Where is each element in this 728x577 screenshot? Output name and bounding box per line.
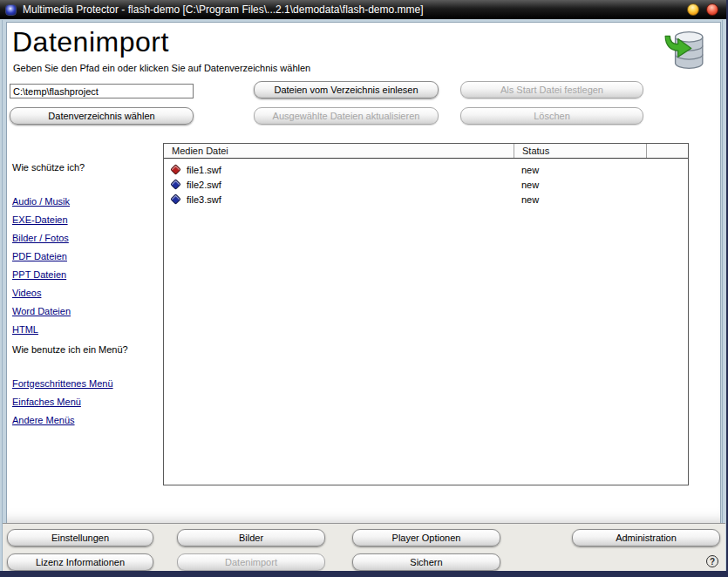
footer-navigation: Einstellungen Bilder Player Optionen Adm… — [3, 523, 725, 571]
main-panel: Datenimport Geben Sie den Pfad ein oder … — [6, 22, 721, 523]
dataimport-button[interactable]: Datenimport — [177, 553, 325, 571]
images-button[interactable]: Bilder — [177, 529, 325, 546]
sidebar-heading-menu: Wie benutze ich ein Menü? — [12, 344, 162, 356]
window-frame-right — [722, 20, 723, 571]
sidebar-heading-protect: Wie schütze ich? — [12, 162, 162, 173]
file-cell: file3.swf — [164, 194, 514, 205]
database-import-icon — [663, 29, 706, 72]
help-icon[interactable]: ? — [706, 555, 718, 567]
status-cell: new — [514, 194, 646, 205]
status-cell: new — [514, 165, 646, 175]
table-row[interactable]: file2.swf new — [164, 177, 688, 192]
file-diamond-icon — [170, 164, 181, 175]
close-button[interactable] — [706, 3, 718, 16]
settings-button[interactable]: Einstellungen — [7, 529, 153, 546]
file-name: file3.swf — [187, 194, 221, 205]
window-frame-left — [2, 20, 3, 571]
table-body: file1.swf new file2.swf new file3.swf — [164, 159, 688, 207]
sidebar-link-einfaches-menu[interactable]: Einfaches Menü — [12, 397, 162, 407]
titlebar: Multimedia Protector - flash-demo [C:\Pr… — [0, 0, 728, 19]
path-input[interactable] — [10, 84, 194, 98]
sidebar-link-pdf-dateien[interactable]: PDF Dateien — [12, 251, 162, 261]
column-header-extra[interactable] — [646, 144, 688, 158]
column-header-status[interactable]: Status — [514, 144, 646, 158]
file-diamond-icon — [170, 179, 181, 190]
sidebar-link-bilder-fotos[interactable]: Bilder / Fotos — [12, 233, 162, 243]
file-diamond-icon — [170, 193, 181, 205]
administration-button[interactable]: Administration — [572, 529, 720, 546]
app-logo-icon — [5, 4, 17, 16]
media-file-table: Medien Datei Status file1.swf new file2.… — [163, 143, 689, 485]
minimize-button[interactable] — [687, 3, 699, 16]
table-row[interactable]: file3.swf new — [164, 192, 688, 207]
sidebar-link-html[interactable]: HTML — [12, 324, 162, 335]
choose-directory-button[interactable]: Datenverzeichnis wählen — [10, 107, 194, 125]
license-information-button[interactable]: Lizenz Informationen — [7, 553, 153, 571]
sidebar-link-ppt-dateien[interactable]: PPT Dateien — [12, 269, 162, 280]
sidebar-link-fortgeschrittenes-menu[interactable]: Fortgeschrittenes Menü — [12, 378, 162, 389]
delete-button[interactable]: Löschen — [460, 107, 643, 125]
file-name: file1.swf — [187, 165, 221, 175]
sidebar-link-videos[interactable]: Videos — [12, 288, 162, 298]
table-row[interactable]: file1.swf new — [164, 162, 688, 177]
set-start-file-button[interactable]: Als Start Datei festlegen — [460, 81, 643, 98]
file-cell: file2.swf — [164, 180, 514, 190]
status-cell: new — [514, 180, 646, 190]
player-options-button[interactable]: Player Optionen — [352, 529, 500, 546]
sidebar-link-audio-musik[interactable]: Audio / Musik — [12, 196, 162, 207]
page-subtitle: Geben Sie den Pfad ein oder klicken Sie … — [13, 63, 310, 73]
sidebar-link-andere-menus[interactable]: Andere Menüs — [12, 415, 162, 425]
sidebar-link-exe-dateien[interactable]: EXE-Dateien — [12, 214, 162, 225]
file-name: file2.swf — [187, 180, 221, 190]
window-edge-bottom — [0, 571, 728, 577]
file-cell: file1.swf — [164, 165, 514, 175]
column-header-media-file[interactable]: Medien Datei — [164, 144, 514, 158]
read-files-button[interactable]: Dateien vom Verzeichnis einlesen — [254, 81, 439, 98]
app-window: Multimedia Protector - flash-demo [C:\Pr… — [0, 0, 728, 577]
save-button[interactable]: Sichern — [352, 553, 500, 571]
update-selected-button[interactable]: Ausgewählte Dateien aktualisieren — [254, 107, 439, 125]
window-title: Multimedia Protector - flash-demo [C:\Pr… — [23, 3, 424, 16]
sidebar: Wie schütze ich? Audio / Musik EXE-Datei… — [12, 162, 162, 433]
page-title: Datenimport — [12, 26, 169, 58]
table-header-row: Medien Datei Status — [164, 144, 688, 159]
sidebar-link-word-dateien[interactable]: Word Dateien — [12, 306, 162, 316]
